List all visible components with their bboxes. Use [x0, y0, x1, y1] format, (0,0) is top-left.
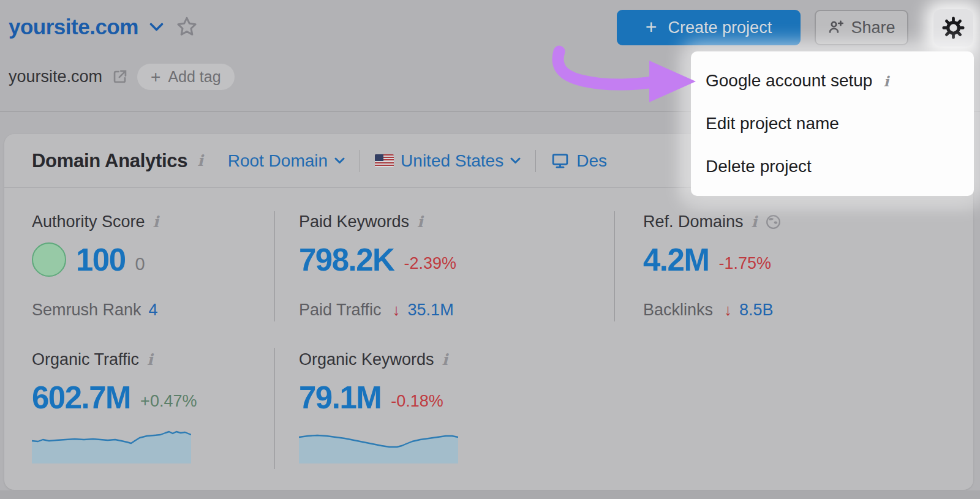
column-divider — [274, 211, 275, 321]
metric-change: -0.18% — [391, 392, 443, 411]
down-arrow-icon: ↓ — [724, 301, 732, 320]
plus-icon: + — [151, 69, 160, 86]
metric-value: 798.2K — [299, 244, 394, 276]
info-icon[interactable]: i — [153, 214, 159, 230]
metric-value: 4.2M — [643, 244, 709, 276]
device-selector[interactable]: Des — [551, 151, 607, 171]
chevron-down-icon — [334, 157, 345, 164]
header-separator — [535, 150, 536, 172]
metric-label: Authority Score — [32, 212, 145, 231]
column-divider — [274, 348, 275, 469]
country-selector[interactable]: United States — [375, 151, 521, 171]
settings-button[interactable] — [933, 9, 973, 47]
plus-icon: + — [646, 17, 657, 37]
column-divider — [614, 211, 615, 321]
info-icon[interactable]: i — [147, 352, 153, 367]
metric-label: Ref. Domains — [643, 212, 744, 231]
organic-keywords-sparkline — [299, 429, 458, 463]
project-domain: yoursite.com — [9, 67, 102, 86]
metric-footer-value[interactable]: 35.1M — [408, 301, 454, 320]
metric-change: +0.47% — [140, 392, 197, 411]
down-arrow-icon: ↓ — [393, 301, 401, 320]
add-tag-label: Add tag — [168, 68, 221, 86]
project-title-row: yoursite.com — [9, 15, 199, 39]
metric-footer-value[interactable]: 4 — [149, 301, 158, 320]
metric-footer-label: Backlinks — [643, 301, 713, 320]
desktop-icon — [551, 152, 570, 170]
info-icon[interactable]: i — [442, 352, 448, 367]
menu-item-label: Delete project — [706, 157, 812, 176]
us-flag-icon — [375, 154, 394, 167]
metric-label: Organic Keywords — [299, 350, 434, 369]
project-title[interactable]: yoursite.com — [9, 15, 138, 39]
gear-icon — [942, 17, 965, 39]
share-button[interactable]: Share — [815, 10, 908, 45]
share-label: Share — [851, 18, 895, 37]
favorite-star-icon[interactable] — [175, 15, 199, 39]
info-icon[interactable]: i — [752, 214, 758, 230]
panel-title: Domain Analytics — [32, 150, 187, 172]
spark-fill — [299, 435, 458, 463]
country-selector-label: United States — [401, 151, 503, 171]
menu-item-label: Google account setup — [706, 71, 872, 91]
metric-value: 79.1M — [299, 382, 381, 413]
add-tag-button[interactable]: + Add tag — [137, 64, 235, 90]
metric-change: -2.39% — [404, 254, 456, 273]
create-project-label: Create project — [668, 18, 772, 37]
semrush-project-page: yoursite.com yoursite.com + Add tag + Cr… — [0, 0, 980, 499]
metric-tile-authority-score: Authority Score i 100 0 Semrush Rank 4 — [32, 211, 271, 320]
spark-fill — [32, 432, 191, 463]
metric-tile-paid-keywords: Paid Keywords i 798.2K -2.39% Paid Traff… — [299, 211, 538, 320]
external-link-icon[interactable] — [111, 68, 129, 86]
person-add-icon — [827, 19, 845, 36]
metric-value: 100 — [76, 244, 126, 276]
authority-score-circle — [32, 242, 66, 277]
chevron-down-icon — [510, 157, 521, 164]
metric-footer-value[interactable]: 8.5B — [739, 301, 774, 320]
metric-tile-organic-keywords: Organic Keywords i 79.1M -0.18% — [299, 349, 538, 463]
menu-item-label: Edit project name — [706, 114, 839, 133]
info-icon[interactable]: i — [417, 214, 423, 230]
header-separator — [360, 150, 360, 172]
metric-label: Organic Traffic — [32, 350, 139, 369]
scope-selector-label: Root Domain — [228, 151, 328, 171]
project-domain-row: yoursite.com + Add tag — [9, 64, 235, 90]
scope-selector[interactable]: Root Domain — [228, 151, 345, 171]
metric-secondary-value: 0 — [135, 254, 145, 274]
organic-traffic-sparkline — [32, 429, 191, 463]
metric-footer-label: Semrush Rank — [32, 301, 141, 320]
device-selector-label: Des — [576, 151, 607, 171]
menu-item-google-account-setup[interactable]: Google account setup i — [691, 59, 974, 102]
annotation-arrow — [539, 36, 704, 109]
menu-item-edit-project-name[interactable]: Edit project name — [691, 102, 974, 145]
page-bottom-background — [0, 490, 980, 499]
metric-footer-label: Paid Traffic — [299, 301, 382, 320]
globe-icon — [765, 214, 782, 230]
settings-context-menu: Google account setup i Edit project name… — [691, 51, 974, 196]
menu-item-delete-project[interactable]: Delete project — [691, 145, 974, 188]
metric-tile-organic-traffic: Organic Traffic i 602.7M +0.47% — [32, 349, 271, 463]
project-switcher-chevron-icon[interactable] — [149, 23, 164, 32]
metric-tile-ref-domains: Ref. Domains i 4.2M -1.75% Backlinks ↓ 8… — [643, 211, 882, 320]
info-icon[interactable]: i — [883, 74, 889, 88]
metric-value: 602.7M — [32, 382, 130, 413]
metric-change: -1.75% — [718, 254, 771, 273]
metric-label: Paid Keywords — [299, 212, 409, 231]
info-icon[interactable]: i — [197, 153, 203, 168]
